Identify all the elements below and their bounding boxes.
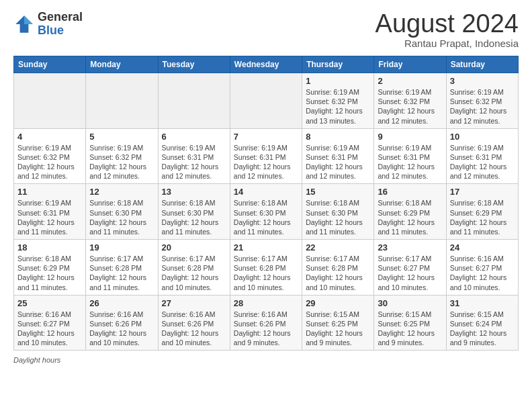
table-row: 29Sunrise: 6:15 AM Sunset: 6:25 PM Dayli… [302, 295, 374, 351]
day-info: Sunrise: 6:19 AM Sunset: 6:32 PM Dayligh… [89, 143, 154, 181]
day-info: Sunrise: 6:19 AM Sunset: 6:32 PM Dayligh… [17, 143, 82, 181]
calendar-week-row: 4Sunrise: 6:19 AM Sunset: 6:32 PM Daylig… [14, 128, 519, 184]
day-info: Sunrise: 6:15 AM Sunset: 6:24 PM Dayligh… [450, 310, 515, 348]
day-info: Sunrise: 6:18 AM Sunset: 6:30 PM Dayligh… [162, 198, 226, 236]
logo-icon [13, 13, 35, 35]
day-info: Sunrise: 6:16 AM Sunset: 6:27 PM Dayligh… [17, 310, 82, 348]
day-info: Sunrise: 6:15 AM Sunset: 6:25 PM Dayligh… [306, 310, 370, 348]
day-number: 20 [162, 242, 226, 253]
table-row: 13Sunrise: 6:18 AM Sunset: 6:30 PM Dayli… [158, 184, 230, 240]
svg-marker-1 [24, 15, 33, 24]
day-info: Sunrise: 6:16 AM Sunset: 6:26 PM Dayligh… [162, 310, 226, 348]
logo-general-text: General [38, 11, 83, 24]
day-number: 7 [234, 132, 298, 142]
table-row: 11Sunrise: 6:19 AM Sunset: 6:31 PM Dayli… [14, 184, 86, 240]
day-number: 8 [306, 132, 370, 142]
day-number: 19 [89, 242, 154, 253]
table-row: 30Sunrise: 6:15 AM Sunset: 6:25 PM Dayli… [374, 295, 446, 351]
table-row: 24Sunrise: 6:16 AM Sunset: 6:27 PM Dayli… [446, 240, 518, 295]
table-row: 27Sunrise: 6:16 AM Sunset: 6:26 PM Dayli… [158, 295, 230, 351]
day-number: 6 [162, 132, 226, 142]
calendar-week-row: 1Sunrise: 6:19 AM Sunset: 6:32 PM Daylig… [14, 73, 519, 129]
day-number: 23 [378, 242, 442, 253]
table-row: 19Sunrise: 6:17 AM Sunset: 6:28 PM Dayli… [86, 240, 158, 295]
day-number: 10 [450, 132, 515, 142]
table-row: 16Sunrise: 6:18 AM Sunset: 6:29 PM Dayli… [374, 184, 446, 240]
calendar-title: August 2024 [375, 11, 519, 36]
table-row: 7Sunrise: 6:19 AM Sunset: 6:31 PM Daylig… [230, 128, 302, 184]
logo: General Blue [13, 11, 83, 38]
table-row: 12Sunrise: 6:18 AM Sunset: 6:30 PM Dayli… [86, 184, 158, 240]
day-info: Sunrise: 6:16 AM Sunset: 6:26 PM Dayligh… [234, 310, 298, 348]
day-info: Sunrise: 6:19 AM Sunset: 6:32 PM Dayligh… [450, 87, 515, 126]
day-info: Sunrise: 6:18 AM Sunset: 6:30 PM Dayligh… [306, 198, 370, 236]
table-row: 22Sunrise: 6:17 AM Sunset: 6:28 PM Dayli… [302, 240, 374, 295]
day-number: 18 [17, 242, 82, 253]
header-saturday: Saturday [446, 56, 518, 73]
calendar-header-row: Sunday Monday Tuesday Wednesday Thursday… [14, 56, 519, 73]
header-sunday: Sunday [14, 56, 86, 73]
table-row: 3Sunrise: 6:19 AM Sunset: 6:32 PM Daylig… [446, 73, 518, 129]
header-thursday: Thursday [302, 56, 374, 73]
day-number: 31 [450, 298, 515, 308]
table-row: 31Sunrise: 6:15 AM Sunset: 6:24 PM Dayli… [446, 295, 518, 351]
day-number: 16 [378, 187, 442, 197]
table-row: 4Sunrise: 6:19 AM Sunset: 6:32 PM Daylig… [14, 128, 86, 184]
day-number: 9 [378, 132, 442, 142]
table-row: 23Sunrise: 6:17 AM Sunset: 6:27 PM Dayli… [374, 240, 446, 295]
table-row: 20Sunrise: 6:17 AM Sunset: 6:28 PM Dayli… [158, 240, 230, 295]
table-row: 15Sunrise: 6:18 AM Sunset: 6:30 PM Dayli… [302, 184, 374, 240]
day-number: 14 [234, 187, 298, 197]
header-wednesday: Wednesday [230, 56, 302, 73]
calendar-week-row: 18Sunrise: 6:18 AM Sunset: 6:29 PM Dayli… [14, 240, 519, 295]
table-row: 17Sunrise: 6:18 AM Sunset: 6:29 PM Dayli… [446, 184, 518, 240]
day-info: Sunrise: 6:16 AM Sunset: 6:27 PM Dayligh… [450, 254, 515, 292]
table-row: 5Sunrise: 6:19 AM Sunset: 6:32 PM Daylig… [86, 128, 158, 184]
day-info: Sunrise: 6:18 AM Sunset: 6:30 PM Dayligh… [89, 198, 154, 236]
day-number: 4 [17, 132, 82, 142]
table-row: 18Sunrise: 6:18 AM Sunset: 6:29 PM Dayli… [14, 240, 86, 295]
day-number: 15 [306, 187, 370, 197]
day-number: 5 [89, 132, 154, 142]
calendar-week-row: 25Sunrise: 6:16 AM Sunset: 6:27 PM Dayli… [14, 295, 519, 351]
day-info: Sunrise: 6:18 AM Sunset: 6:30 PM Dayligh… [234, 198, 298, 236]
day-info: Sunrise: 6:15 AM Sunset: 6:25 PM Dayligh… [378, 310, 442, 348]
logo-text: General Blue [38, 11, 83, 38]
table-row [158, 73, 230, 129]
calendar-table: Sunday Monday Tuesday Wednesday Thursday… [13, 56, 519, 351]
table-row [86, 73, 158, 129]
table-row: 14Sunrise: 6:18 AM Sunset: 6:30 PM Dayli… [230, 184, 302, 240]
day-info: Sunrise: 6:19 AM Sunset: 6:31 PM Dayligh… [162, 143, 226, 181]
header-tuesday: Tuesday [158, 56, 230, 73]
page: General Blue August 2024 Rantau Prapat, … [0, 0, 532, 411]
day-number: 22 [306, 242, 370, 253]
day-info: Sunrise: 6:18 AM Sunset: 6:29 PM Dayligh… [450, 198, 515, 236]
calendar-subtitle: Rantau Prapat, Indonesia [375, 38, 519, 49]
day-number: 25 [17, 298, 82, 308]
header-friday: Friday [374, 56, 446, 73]
table-row: 21Sunrise: 6:17 AM Sunset: 6:28 PM Dayli… [230, 240, 302, 295]
day-info: Sunrise: 6:17 AM Sunset: 6:28 PM Dayligh… [162, 254, 226, 292]
day-number: 26 [89, 298, 154, 308]
day-info: Sunrise: 6:17 AM Sunset: 6:28 PM Dayligh… [89, 254, 154, 292]
day-number: 28 [234, 298, 298, 308]
day-number: 2 [378, 76, 442, 86]
day-number: 21 [234, 242, 298, 253]
day-info: Sunrise: 6:19 AM Sunset: 6:31 PM Dayligh… [17, 198, 82, 236]
footer-daylight-label: Daylight hours [13, 356, 60, 364]
day-info: Sunrise: 6:16 AM Sunset: 6:26 PM Dayligh… [89, 310, 154, 348]
header-monday: Monday [86, 56, 158, 73]
table-row: 26Sunrise: 6:16 AM Sunset: 6:26 PM Dayli… [86, 295, 158, 351]
day-info: Sunrise: 6:18 AM Sunset: 6:29 PM Dayligh… [378, 198, 442, 236]
day-info: Sunrise: 6:17 AM Sunset: 6:28 PM Dayligh… [306, 254, 370, 292]
day-info: Sunrise: 6:19 AM Sunset: 6:31 PM Dayligh… [450, 143, 515, 181]
table-row: 2Sunrise: 6:19 AM Sunset: 6:32 PM Daylig… [374, 73, 446, 129]
day-info: Sunrise: 6:19 AM Sunset: 6:32 PM Dayligh… [306, 87, 370, 126]
day-number: 3 [450, 76, 515, 86]
day-info: Sunrise: 6:19 AM Sunset: 6:31 PM Dayligh… [306, 143, 370, 181]
day-info: Sunrise: 6:17 AM Sunset: 6:27 PM Dayligh… [378, 254, 442, 292]
day-info: Sunrise: 6:19 AM Sunset: 6:31 PM Dayligh… [234, 143, 298, 181]
day-number: 30 [378, 298, 442, 308]
table-row: 9Sunrise: 6:19 AM Sunset: 6:31 PM Daylig… [374, 128, 446, 184]
day-number: 1 [306, 76, 370, 86]
